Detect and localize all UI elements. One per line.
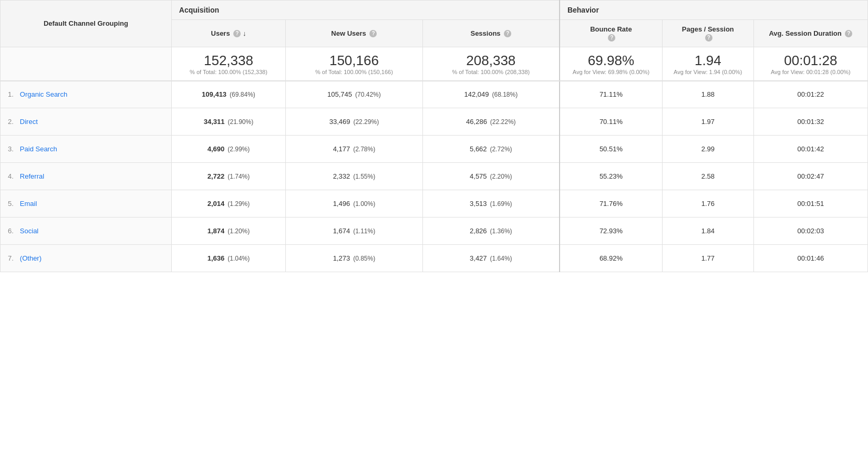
channel-link[interactable]: Organic Search xyxy=(20,90,67,98)
table-row: 3. Paid Search 4,690(2.99%)4,177(2.78%)5… xyxy=(1,136,868,163)
channel-link[interactable]: (Other) xyxy=(20,254,42,262)
table-row: 6. Social 1,874(1.20%)1,674(1.11%)2,826(… xyxy=(1,218,868,245)
totals-row: 152,338 % of Total: 100.00% (152,338) 15… xyxy=(1,47,868,81)
table-row: 4. Referral 2,722(1.74%)2,332(1.55%)4,57… xyxy=(1,163,868,190)
avg-session-duration-cell: 00:01:46 xyxy=(753,245,867,272)
channel-link[interactable]: Social xyxy=(20,227,38,235)
channel-cell: 5. Email xyxy=(1,190,172,218)
table-row: 2. Direct 34,311(21.90%)33,469(22.29%)46… xyxy=(1,108,868,136)
pages-per-session-help-icon[interactable]: ? xyxy=(705,34,712,42)
channel-link[interactable]: Referral xyxy=(20,172,44,180)
bounce-rate-cell: 50.51% xyxy=(560,136,663,163)
pages-per-session-cell: 2.58 xyxy=(662,163,753,190)
pages-per-session-cell: 2.99 xyxy=(662,136,753,163)
analytics-table: Default Channel Grouping Acquisition Beh… xyxy=(0,0,868,272)
bounce-rate-help-icon[interactable]: ? xyxy=(608,34,615,42)
totals-channel-cell xyxy=(1,47,172,81)
bounce-rate-cell: 71.11% xyxy=(560,81,663,108)
channel-cell: 4. Referral xyxy=(1,163,172,190)
users-cell: 1,636(1.04%) xyxy=(171,245,285,272)
avg-session-duration-cell: 00:02:47 xyxy=(753,163,867,190)
users-cell: 2,014(1.29%) xyxy=(171,190,285,218)
new-users-cell: 33,469(22.29%) xyxy=(286,108,423,136)
new-users-col-header[interactable]: New Users ? xyxy=(286,20,423,47)
acquisition-header: Acquisition xyxy=(171,1,560,20)
pages-per-session-cell: 1.77 xyxy=(662,245,753,272)
avg-session-duration-col-header[interactable]: Avg. Session Duration ? xyxy=(753,20,867,47)
table-row: 5. Email 2,014(1.29%)1,496(1.00%)3,513(1… xyxy=(1,190,868,218)
sessions-cell: 3,427(1.64%) xyxy=(422,245,560,272)
totals-users: 152,338 % of Total: 100.00% (152,338) xyxy=(171,47,285,81)
channel-cell: 7. (Other) xyxy=(1,245,172,272)
users-sort-icon: ↓ xyxy=(243,29,246,37)
bounce-rate-cell: 68.92% xyxy=(560,245,663,272)
new-users-cell: 4,177(2.78%) xyxy=(286,136,423,163)
sessions-cell: 4,575(2.20%) xyxy=(422,163,560,190)
default-channel-header: Default Channel Grouping xyxy=(1,1,172,47)
bounce-rate-cell: 71.76% xyxy=(560,190,663,218)
totals-bounce-rate: 69.98% Avg for View: 69.98% (0.00%) xyxy=(560,47,663,81)
bounce-rate-cell: 70.11% xyxy=(560,108,663,136)
channel-cell: 6. Social xyxy=(1,218,172,245)
avg-session-duration-cell: 00:01:32 xyxy=(753,108,867,136)
users-cell: 1,874(1.20%) xyxy=(171,218,285,245)
avg-session-duration-help-icon[interactable]: ? xyxy=(845,30,852,37)
new-users-cell: 1,496(1.00%) xyxy=(286,190,423,218)
new-users-help-icon[interactable]: ? xyxy=(369,30,377,37)
new-users-cell: 1,273(0.85%) xyxy=(286,245,423,272)
pages-per-session-col-header[interactable]: Pages / Session ? xyxy=(662,20,753,47)
avg-session-duration-cell: 00:01:42 xyxy=(753,136,867,163)
totals-avg-session-duration: 00:01:28 Avg for View: 00:01:28 (0.00%) xyxy=(753,47,867,81)
new-users-cell: 2,332(1.55%) xyxy=(286,163,423,190)
row-number: 4. xyxy=(8,172,14,180)
avg-session-duration-cell: 00:02:03 xyxy=(753,218,867,245)
pages-per-session-cell: 1.97 xyxy=(662,108,753,136)
avg-session-duration-cell: 00:01:51 xyxy=(753,190,867,218)
bounce-rate-cell: 72.93% xyxy=(560,218,663,245)
channel-link[interactable]: Direct xyxy=(20,118,38,126)
sessions-help-icon[interactable]: ? xyxy=(504,30,511,37)
avg-session-duration-cell: 00:01:22 xyxy=(753,81,867,108)
channel-link[interactable]: Email xyxy=(20,200,37,208)
behavior-header: Behavior xyxy=(560,1,868,20)
users-cell: 109,413(69.84%) xyxy=(171,81,285,108)
row-number: 1. xyxy=(8,90,14,98)
sessions-cell: 46,286(22.22%) xyxy=(422,108,560,136)
pages-per-session-cell: 1.84 xyxy=(662,218,753,245)
bounce-rate-col-header[interactable]: Bounce Rate ? xyxy=(560,20,663,47)
pages-per-session-cell: 1.76 xyxy=(662,190,753,218)
row-number: 5. xyxy=(8,200,14,208)
totals-sessions: 208,338 % of Total: 100.00% (208,338) xyxy=(422,47,560,81)
table-row: 1. Organic Search 109,413(69.84%)105,745… xyxy=(1,81,868,108)
totals-new-users: 150,166 % of Total: 100.00% (150,166) xyxy=(286,47,423,81)
users-cell: 2,722(1.74%) xyxy=(171,163,285,190)
sessions-cell: 3,513(1.69%) xyxy=(422,190,560,218)
channel-link[interactable]: Paid Search xyxy=(20,145,57,153)
sessions-cell: 5,662(2.72%) xyxy=(422,136,560,163)
sessions-cell: 2,826(1.36%) xyxy=(422,218,560,245)
channel-cell: 1. Organic Search xyxy=(1,81,172,108)
users-cell: 34,311(21.90%) xyxy=(171,108,285,136)
row-number: 6. xyxy=(8,227,14,235)
row-number: 2. xyxy=(8,118,14,126)
sessions-col-header[interactable]: Sessions ? xyxy=(422,20,560,47)
channel-cell: 3. Paid Search xyxy=(1,136,172,163)
table-row: 7. (Other) 1,636(1.04%)1,273(0.85%)3,427… xyxy=(1,245,868,272)
new-users-cell: 105,745(70.42%) xyxy=(286,81,423,108)
new-users-cell: 1,674(1.11%) xyxy=(286,218,423,245)
row-number: 7. xyxy=(8,254,14,262)
users-help-icon[interactable]: ? xyxy=(233,30,241,37)
users-cell: 4,690(2.99%) xyxy=(171,136,285,163)
row-number: 3. xyxy=(8,145,14,153)
pages-per-session-cell: 1.88 xyxy=(662,81,753,108)
channel-cell: 2. Direct xyxy=(1,108,172,136)
sessions-cell: 142,049(68.18%) xyxy=(422,81,560,108)
totals-pages-per-session: 1.94 Avg for View: 1.94 (0.00%) xyxy=(662,47,753,81)
users-col-header[interactable]: Users ? ↓ xyxy=(171,20,285,47)
bounce-rate-cell: 55.23% xyxy=(560,163,663,190)
